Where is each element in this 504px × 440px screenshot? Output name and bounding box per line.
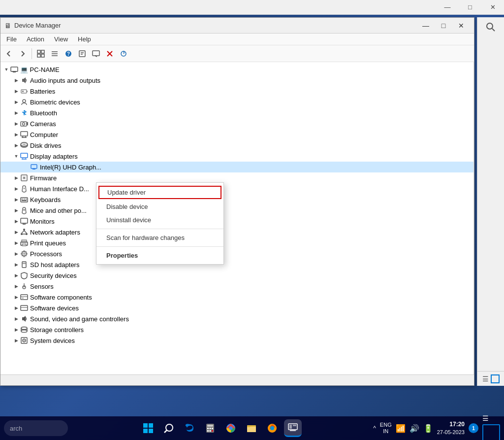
bluetooth-expand[interactable]: ▶ xyxy=(12,109,20,117)
tree-storage[interactable]: ▶ Storage controllers xyxy=(0,324,473,335)
tree-intel-uhd[interactable]: Intel(R) UHD Graph... xyxy=(0,162,473,172)
toolbar-help-btn[interactable]: ? xyxy=(62,47,75,60)
ctx-disable-device[interactable]: Disable device xyxy=(96,200,223,213)
tree-keyboards[interactable]: ▶ Keyboards xyxy=(0,194,473,205)
audio-expand[interactable]: ▶ xyxy=(12,76,20,84)
tree-firmware[interactable]: ▶ Firmware xyxy=(0,172,473,183)
tree-disk[interactable]: ▶ Disk drives xyxy=(0,140,473,151)
root-expand-icon[interactable]: ▼ xyxy=(2,66,10,73)
tree-batteries[interactable]: ▶ Batteries xyxy=(0,86,473,97)
tree-root[interactable]: ▼ 💻 PC-NAME xyxy=(0,64,473,75)
sound-expand[interactable]: ▶ xyxy=(12,315,20,323)
hid-expand[interactable]: ▶ xyxy=(12,185,20,193)
wifi-icon[interactable]: 📶 xyxy=(396,424,406,433)
svg-rect-115 xyxy=(289,425,292,429)
screen-maximize-btn[interactable]: □ xyxy=(459,0,481,15)
taskbar-explorer-btn[interactable] xyxy=(243,419,260,437)
taskbar-search[interactable] xyxy=(4,420,68,436)
tree-system[interactable]: ▶ System devices xyxy=(0,335,473,346)
toolbar-back-btn[interactable] xyxy=(2,47,15,60)
taskbar-firefox-btn[interactable] xyxy=(263,419,281,437)
taskbar-search-btn[interactable] xyxy=(160,419,178,437)
svg-line-97 xyxy=(164,430,167,433)
taskbar-show-desktop[interactable] xyxy=(482,424,500,440)
print-expand[interactable]: ▶ xyxy=(12,239,20,247)
tree-computer[interactable]: ▶ Computer xyxy=(0,129,473,140)
tree-sw-components[interactable]: ▶ Software components xyxy=(0,292,473,303)
tree-network[interactable]: ▶ Network adapters xyxy=(0,227,473,237)
mice-expand[interactable]: ▶ xyxy=(12,206,20,214)
storage-expand[interactable]: ▶ xyxy=(12,326,20,334)
taskbar-calc-btn[interactable] xyxy=(201,419,219,437)
display-expand[interactable]: ▼ xyxy=(12,152,20,160)
toolbar-btn-grid[interactable] xyxy=(34,47,47,60)
tree-monitors[interactable]: ▶ Monitors xyxy=(0,216,473,227)
taskbar-lines-btn[interactable]: ☰ xyxy=(482,414,500,422)
notification-badge[interactable]: 1 xyxy=(469,423,478,433)
clock[interactable]: 17:20 27-05-2023 xyxy=(437,421,465,436)
network-expand[interactable]: ▶ xyxy=(12,228,20,236)
keyboards-expand[interactable]: ▶ xyxy=(12,196,20,203)
tree-sw-devices[interactable]: ▶ Software devices xyxy=(0,303,473,313)
tree-display[interactable]: ▼ Display adapters xyxy=(0,151,473,162)
tree-audio[interactable]: ▶ Audio inputs and outputs xyxy=(0,75,473,86)
ctx-update-driver[interactable]: Update driver xyxy=(98,186,221,199)
device-tree[interactable]: ▼ 💻 PC-NAME ▶ Audio inputs and outputs xyxy=(0,62,474,374)
tray-square-icon[interactable] xyxy=(491,374,500,383)
tree-hid[interactable]: ▶ Human Interface D... xyxy=(0,183,473,194)
tray-lines-icon[interactable]: ☰ xyxy=(482,375,489,383)
menu-view[interactable]: View xyxy=(50,34,72,44)
screen-close-btn[interactable]: ✕ xyxy=(481,0,504,15)
tree-mice[interactable]: ▶ Mice and other po... xyxy=(0,205,473,216)
menu-action[interactable]: Action xyxy=(23,34,48,44)
toolbar-btn-props[interactable] xyxy=(76,47,89,60)
computer-expand[interactable]: ▶ xyxy=(12,131,20,138)
tree-biometric[interactable]: ▶ Biometric devices xyxy=(0,97,473,107)
tree-print[interactable]: ▶ Print queues xyxy=(0,237,473,248)
sw-components-expand[interactable]: ▶ xyxy=(12,293,20,301)
tree-cameras[interactable]: ▶ Cameras xyxy=(0,118,473,129)
processors-expand[interactable]: ▶ xyxy=(12,250,20,258)
batteries-expand[interactable]: ▶ xyxy=(12,87,20,95)
battery-icon[interactable]: 🔋 xyxy=(423,424,433,433)
toolbar-btn-scan[interactable] xyxy=(117,47,130,60)
toolbar-btn-remove[interactable] xyxy=(103,47,116,60)
tree-sound[interactable]: ▶ Sound, video and game controllers xyxy=(0,313,473,324)
toolbar-btn-display[interactable] xyxy=(90,47,102,60)
ctx-uninstall-device[interactable]: Uninstall device xyxy=(96,213,223,227)
tree-processors[interactable]: ▶ Processors xyxy=(0,248,473,259)
monitors-expand[interactable]: ▶ xyxy=(12,217,20,225)
menu-file[interactable]: File xyxy=(2,34,21,44)
tree-security[interactable]: ▶ Security devices xyxy=(0,270,473,281)
right-search-icon[interactable] xyxy=(486,22,496,34)
volume-icon[interactable]: 🔊 xyxy=(410,424,419,433)
biometric-expand[interactable]: ▶ xyxy=(12,98,20,106)
tree-sensors[interactable]: ▶ Sensors xyxy=(0,281,473,292)
taskbar-dm-btn[interactable] xyxy=(284,419,302,437)
toolbar-forward-btn[interactable] xyxy=(16,47,29,60)
dm-maximize-btn[interactable]: □ xyxy=(435,20,452,32)
tree-bluetooth[interactable]: ▶ Bluetooth xyxy=(0,107,473,118)
taskbar-windows-btn[interactable] xyxy=(139,419,157,437)
svg-rect-17 xyxy=(11,67,18,71)
sensors-expand[interactable]: ▶ xyxy=(12,282,20,290)
dm-close-btn[interactable]: ✕ xyxy=(452,20,470,32)
sd-expand[interactable]: ▶ xyxy=(12,261,20,269)
svg-rect-38 xyxy=(32,169,35,169)
ctx-properties[interactable]: Properties xyxy=(96,249,223,262)
screen-minimize-btn[interactable]: — xyxy=(436,0,459,15)
menu-help[interactable]: Help xyxy=(74,34,95,44)
ctx-scan-hardware[interactable]: Scan for hardware changes xyxy=(96,231,223,244)
cameras-expand[interactable]: ▶ xyxy=(12,120,20,128)
taskbar-edge-btn[interactable] xyxy=(181,419,198,437)
taskbar-chevron-up[interactable]: ^ xyxy=(373,425,376,432)
firmware-expand[interactable]: ▶ xyxy=(12,174,20,182)
toolbar-btn-list[interactable] xyxy=(48,47,61,60)
system-expand[interactable]: ▶ xyxy=(12,337,20,344)
security-expand[interactable]: ▶ xyxy=(12,271,20,279)
sw-devices-expand[interactable]: ▶ xyxy=(12,304,20,312)
disk-expand[interactable]: ▶ xyxy=(12,141,20,149)
dm-minimize-btn[interactable]: — xyxy=(417,20,435,32)
tree-sd[interactable]: ▶ SD host adapters xyxy=(0,259,473,270)
taskbar-chrome-btn[interactable] xyxy=(222,419,240,437)
